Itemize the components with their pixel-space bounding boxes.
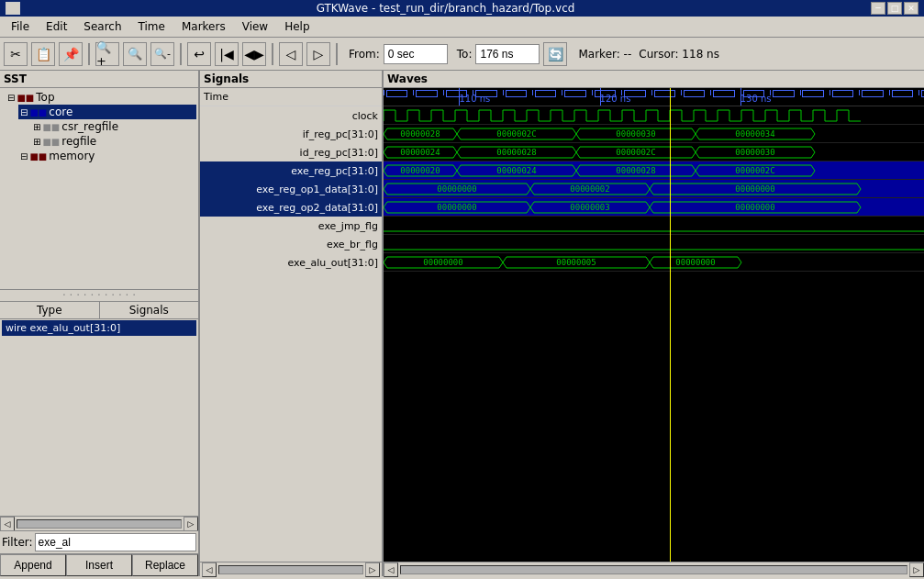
svg-text:00000000: 00000000 (675, 258, 715, 267)
waves-scroll-left[interactable]: ◁ (384, 562, 398, 577)
expand-icon-memory: ⊟ (20, 151, 28, 161)
sst-header: SST (0, 71, 198, 88)
svg-text:00000000: 00000000 (437, 184, 476, 194)
waves-scroll-track[interactable] (400, 565, 907, 574)
menu-item-time[interactable]: Time (131, 18, 173, 35)
type-tab[interactable]: Type (0, 302, 100, 318)
expand-icon: ⊟ (7, 93, 15, 103)
signal-row[interactable]: exe_jmp_flg (200, 217, 382, 235)
maximize-button[interactable]: □ (887, 2, 902, 15)
menu-item-file[interactable]: File (4, 18, 37, 35)
minor-tick (710, 90, 711, 95)
svg-text:00000028: 00000028 (400, 129, 440, 139)
toolbar-sep4 (336, 43, 338, 65)
nav-left-button[interactable]: ◁ (279, 42, 303, 66)
svg-text:00000030: 00000030 (735, 148, 774, 157)
waves-scroll-right[interactable]: ▷ (909, 562, 924, 577)
minor-tick (413, 90, 414, 95)
refresh-button[interactable]: 🔄 (543, 42, 567, 66)
cut-button[interactable]: ✂ (4, 42, 28, 66)
signal-row[interactable]: exe_reg_op1_data[31:0] (200, 180, 382, 198)
nav-prev-button[interactable]: ◀▶ (242, 42, 266, 66)
signal-row[interactable]: exe_reg_op2_data[31:0] (200, 198, 382, 217)
insert-button[interactable]: Insert (66, 554, 132, 576)
wave-rows-container: 000000280000002C000000300000003400000024… (384, 106, 924, 272)
sst-scroll-left[interactable]: ◁ (0, 517, 15, 531)
ruler-tick-block (386, 90, 408, 97)
signals-scroll-right[interactable]: ▷ (365, 562, 380, 577)
menu-item-search[interactable]: Search (76, 18, 128, 35)
selected-signal[interactable]: wire exe_alu_out[31:0] (2, 320, 196, 336)
close-button[interactable]: ✕ (904, 2, 918, 15)
waves-canvas[interactable]: 110 ns120 ns130 ns 000000280000002C00000… (384, 88, 924, 562)
svg-text:00000034: 00000034 (735, 129, 774, 139)
filter-input[interactable] (35, 533, 196, 551)
nav-begin-button[interactable]: |◀ (215, 42, 239, 66)
time-header-label: Time (204, 91, 228, 103)
tree-item-memory[interactable]: ⊟ ■■ memory (18, 149, 196, 163)
signal-row[interactable]: exe_reg_pc[31:0] (200, 161, 382, 180)
append-button[interactable]: Append (0, 554, 66, 576)
wave-row: 000000000000000200000000 (384, 180, 924, 198)
minimize-button[interactable]: ─ (871, 2, 885, 15)
signal-row[interactable]: id_reg_pc[31:0] (200, 143, 382, 161)
sst-scroll-track[interactable] (17, 519, 182, 529)
menu-item-edit[interactable]: Edit (39, 18, 74, 35)
tree-item-top[interactable]: ⊟ ■■ Top (6, 90, 196, 105)
tree-item-regfile[interactable]: ⊞ ■■ regfile (31, 134, 196, 149)
ruler-tick-block (832, 90, 854, 97)
top-icon: ■■ (17, 93, 34, 103)
wave-row: 000000280000002C0000003000000034 (384, 125, 924, 143)
signal-row[interactable]: exe_alu_out[31:0] (200, 253, 382, 272)
wave-row (384, 217, 924, 235)
svg-text:00000028: 00000028 (496, 148, 536, 157)
ruler-tick-block (654, 90, 676, 97)
signals-scroll-track[interactable] (218, 565, 363, 574)
zoom-out-button[interactable]: 🔍- (150, 42, 174, 66)
copy-button[interactable]: 📋 (31, 42, 55, 66)
zoom-in-button[interactable]: 🔍+ (95, 42, 119, 66)
signals-tab[interactable]: Signals (100, 302, 199, 318)
ruler-tick-block (892, 90, 914, 97)
minor-tick (889, 90, 890, 95)
replace-button[interactable]: Replace (132, 554, 198, 576)
minor-tick (532, 90, 533, 95)
undo-button[interactable]: ↩ (187, 42, 211, 66)
paste-button[interactable]: 📌 (59, 42, 83, 66)
tree-item-core[interactable]: ⊟ ■■ core (18, 105, 196, 119)
signals-scroll-left[interactable]: ◁ (202, 562, 217, 577)
tree-label-regfile: regfile (61, 135, 96, 148)
toolbar-sep3 (272, 43, 273, 65)
svg-text:00000028: 00000028 (616, 166, 655, 175)
menu-item-view[interactable]: View (235, 18, 275, 35)
signal-row[interactable]: clock (200, 106, 382, 125)
to-input[interactable] (475, 44, 540, 64)
sst-panel: SST ⊟ ■■ Top ⊟ ■■ core ⊞ ■■ csr_regfile (0, 71, 200, 576)
wave-row: 000000000000000300000000 (384, 198, 924, 217)
memory-icon: ■■ (29, 151, 47, 161)
signal-row[interactable]: if_reg_pc[31:0] (200, 125, 382, 143)
tree-label-csr: csr_regfile (61, 120, 118, 133)
wave-row: 0000002000000024000000280000002C (384, 161, 924, 180)
signals-list: Time clockif_reg_pc[31:0]id_reg_pc[31:0]… (200, 88, 382, 562)
menu-item-help[interactable]: Help (277, 18, 317, 35)
ruler-tick-block (564, 90, 586, 97)
from-input[interactable] (384, 44, 448, 64)
minor-tick (592, 90, 593, 95)
svg-text:00000024: 00000024 (496, 166, 536, 175)
wave-row (384, 106, 924, 125)
waves-header: Waves (384, 71, 924, 88)
svg-text:00000020: 00000020 (400, 166, 440, 175)
tree-item-csr[interactable]: ⊞ ■■ csr_regfile (31, 119, 196, 134)
sst-scroll-right[interactable]: ▷ (184, 517, 198, 531)
svg-text:00000000: 00000000 (735, 184, 774, 194)
svg-text:00000003: 00000003 (570, 203, 609, 212)
minor-tick (503, 90, 504, 95)
sst-title: SST (4, 72, 27, 85)
menu-item-markers[interactable]: Markers (174, 18, 233, 35)
zoom-in2-button[interactable]: 🔍 (123, 42, 147, 66)
svg-text:00000000: 00000000 (437, 203, 476, 212)
svg-text:00000030: 00000030 (616, 129, 655, 139)
signal-row[interactable]: exe_br_flg (200, 235, 382, 253)
nav-right-button[interactable]: ▷ (306, 42, 330, 66)
